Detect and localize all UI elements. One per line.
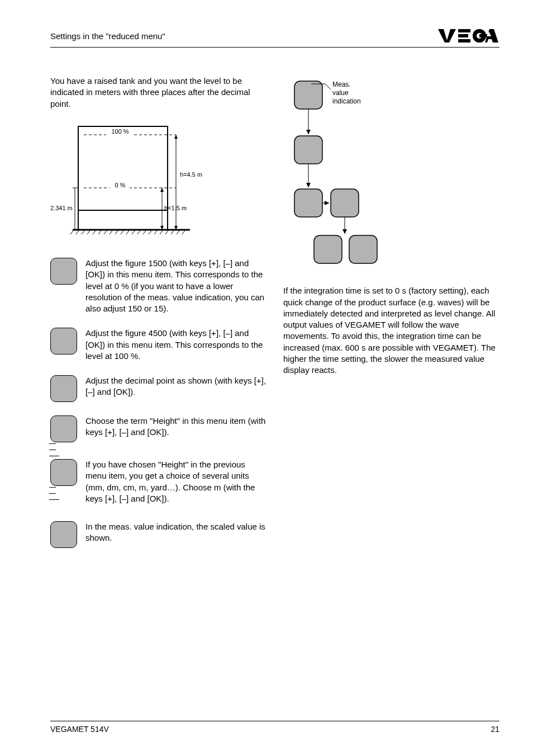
svg-marker-60	[325, 201, 329, 205]
menu-item-2-text: Adjust the figure 4500 (with keys [+], […	[85, 328, 266, 362]
menu-item-5-text: If you have chosen "Height" in the previ…	[85, 459, 266, 504]
svg-rect-46	[294, 81, 322, 109]
label-100: 100 %	[111, 128, 129, 135]
svg-marker-42	[160, 188, 164, 192]
menu-item-icon	[50, 328, 77, 355]
svg-text:value: value	[332, 89, 349, 97]
svg-rect-54	[294, 136, 322, 164]
svg-rect-63	[314, 235, 342, 263]
label-0: 0 %	[115, 182, 126, 188]
footer-product: VEGAMET 514V	[50, 725, 109, 734]
label-h45: h=4.5 m	[180, 171, 202, 178]
intro-text: You have a raised tank and you want the …	[50, 75, 266, 110]
tick-marks	[49, 487, 59, 505]
menu-item-6-text: In the meas. value indication, the scale…	[85, 521, 266, 548]
menu-item-3-text: Adjust the decimal point as shown (with …	[85, 375, 266, 402]
svg-rect-64	[349, 235, 377, 263]
svg-marker-39	[174, 135, 178, 139]
svg-rect-2	[458, 34, 468, 37]
svg-text:Meas.: Meas.	[332, 81, 351, 88]
menu-item-icon	[50, 375, 77, 402]
vega-logo	[438, 28, 499, 44]
svg-rect-9	[78, 126, 168, 210]
menu-item-icon	[50, 521, 77, 548]
svg-rect-57	[294, 189, 322, 217]
svg-marker-0	[438, 29, 456, 42]
tank-diagram: 100 % 0 % h=4.5 m h=1.5 m	[50, 121, 266, 241]
menu-item-1-text: Adjust the figure 1500 (with keys [+], […	[85, 258, 266, 314]
menu-item-icon	[50, 459, 77, 486]
label-left-height: 2.341 m	[50, 205, 73, 211]
svg-rect-6	[479, 34, 487, 37]
page-header-title: Settings in the "reduced menu"	[50, 31, 165, 41]
integration-time-text: If the integration time is set to 0 s (f…	[283, 285, 499, 376]
label-h15: h=1.5 m	[164, 205, 187, 211]
menu-item-icon	[50, 258, 77, 285]
svg-rect-3	[458, 39, 470, 42]
svg-line-48	[325, 84, 331, 89]
menu-item-icon	[50, 415, 77, 442]
svg-marker-56	[306, 183, 311, 187]
svg-rect-1	[458, 29, 470, 32]
svg-text:indication: indication	[332, 97, 361, 105]
svg-line-13	[70, 230, 74, 234]
svg-marker-53	[306, 130, 311, 134]
svg-marker-62	[342, 229, 347, 234]
footer-page-number: 21	[491, 725, 499, 734]
menu-item-4-text: Choose the term "Height" in this menu it…	[85, 415, 266, 442]
svg-rect-58	[331, 189, 359, 217]
flow-diagram: Meas. value indication	[283, 75, 499, 268]
